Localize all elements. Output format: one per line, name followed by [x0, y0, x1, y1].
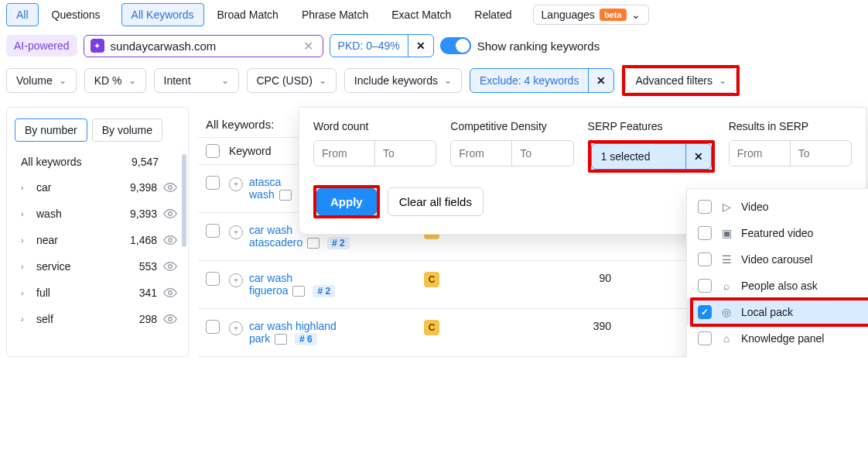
sparkle-icon: ✦	[91, 39, 104, 53]
comp-density-from[interactable]	[451, 141, 511, 166]
cpc-filter[interactable]: CPC (USD)⌄	[247, 68, 337, 93]
word-count-to[interactable]	[374, 141, 435, 166]
eye-icon[interactable]	[163, 312, 177, 326]
ai-row: AI-powered ✦ ✕ PKD: 0–49% ✕ Show ranking…	[0, 29, 868, 62]
serp-option-video_carousel[interactable]: ☰ Video carousel	[687, 246, 868, 273]
tab-broad-match[interactable]: Broad Match	[207, 3, 289, 26]
select-all-checkbox[interactable]	[206, 144, 220, 158]
serp-snapshot-icon[interactable]	[307, 238, 320, 249]
keyword-link[interactable]: car wash highland park # 6	[249, 320, 337, 345]
serp-option-video[interactable]: ▷ Video	[687, 194, 868, 220]
row-checkbox[interactable]	[206, 320, 220, 334]
volume-filter[interactable]: Volume⌄	[6, 68, 77, 93]
rank-chip: # 6	[295, 333, 317, 345]
tab-related[interactable]: Related	[464, 3, 521, 26]
svg-point-0	[169, 186, 173, 190]
serp-features-highlight: 1 selected ✕	[588, 140, 715, 173]
sidebar-item[interactable]: › car 9,398	[7, 174, 188, 201]
serp-features-label: SERP Features	[588, 120, 715, 132]
domain-input[interactable]	[111, 39, 294, 53]
languages-label: Languages	[542, 9, 595, 21]
serp-snapshot-icon[interactable]	[292, 286, 305, 297]
eye-icon[interactable]	[163, 286, 177, 300]
apply-button[interactable]: Apply	[316, 188, 377, 215]
add-keyword-icon[interactable]: +	[229, 177, 243, 191]
intent-filter[interactable]: Intent⌄	[154, 68, 239, 93]
kd-filter[interactable]: KD %⌄	[84, 68, 146, 93]
add-keyword-icon[interactable]: +	[229, 273, 243, 287]
sidebar-all-keywords[interactable]: All keywords 9,547	[7, 149, 188, 174]
row-checkbox[interactable]	[206, 224, 220, 238]
include-keywords-filter[interactable]: Include keywords⌄	[344, 68, 462, 93]
results-to[interactable]	[790, 141, 850, 166]
serp-option-local_pack[interactable]: ✓ ◎ Local pack	[687, 299, 868, 325]
tab-exact-match[interactable]: Exact Match	[381, 3, 461, 26]
tab-all[interactable]: All	[6, 3, 39, 26]
word-count-from[interactable]	[314, 141, 374, 166]
video_carousel-icon: ☰	[719, 252, 733, 266]
serp-option-knowledge_panel[interactable]: ⌂ Knowledge panel	[687, 325, 868, 352]
word-count-range[interactable]	[313, 140, 436, 166]
row-checkbox[interactable]	[206, 272, 220, 286]
domain-input-wrap[interactable]: ✦ ✕	[84, 35, 323, 57]
sidebar-item[interactable]: › self 298	[7, 306, 188, 332]
tab-questions[interactable]: Questions	[42, 3, 111, 26]
clear-all-fields-button[interactable]: Clear all fields	[388, 187, 484, 216]
add-keyword-icon[interactable]: +	[229, 225, 243, 239]
advanced-filters-button[interactable]: Advanced filters⌄	[625, 68, 736, 93]
serp-option-people_also_ask[interactable]: ⌕ People also ask	[687, 273, 868, 299]
serp-snapshot-icon[interactable]	[279, 190, 292, 201]
tab-all-keywords[interactable]: All Keywords	[121, 3, 204, 26]
sidebar-tab-by-number[interactable]: By number	[15, 118, 87, 142]
chevron-down-icon: ⌄	[221, 75, 229, 86]
results-from[interactable]	[730, 141, 790, 166]
pkd-label: PKD: 0–49%	[330, 35, 408, 57]
clear-domain-icon[interactable]: ✕	[300, 39, 316, 53]
serp-option-carousel[interactable]: ▭ Carousel	[687, 352, 868, 357]
eye-icon[interactable]	[163, 233, 177, 247]
checkbox[interactable]	[698, 200, 712, 214]
keyword-link[interactable]: car wash figueroa # 2	[249, 272, 335, 297]
tab-phrase-match[interactable]: Phrase Match	[292, 3, 378, 26]
chevron-down-icon: ⌄	[631, 9, 641, 21]
serp-features-select[interactable]: 1 selected ✕	[591, 143, 712, 170]
sidebar-item[interactable]: › wash 9,393	[7, 201, 188, 227]
add-keyword-icon[interactable]: +	[229, 321, 243, 335]
comp-density-range[interactable]	[450, 140, 573, 166]
checkbox[interactable]	[698, 331, 712, 345]
comp-density-to[interactable]	[511, 141, 572, 166]
eye-icon[interactable]	[163, 207, 177, 221]
serp-option-featured_video[interactable]: ▣ Featured video	[687, 220, 868, 246]
intent-cell: C	[424, 272, 548, 287]
checkbox[interactable]	[698, 279, 712, 293]
eye-icon[interactable]	[163, 259, 177, 273]
row-checkbox[interactable]	[206, 176, 220, 190]
pkd-remove-icon[interactable]: ✕	[408, 35, 433, 57]
results-range[interactable]	[729, 140, 852, 166]
checkbox[interactable]: ✓	[698, 305, 712, 319]
exclude-keywords-chip[interactable]: Exclude: 4 keywords ✕	[470, 68, 614, 93]
serp-features-dropdown: ▷ Video ▣ Featured video ☰ Video carouse…	[686, 188, 868, 357]
serp-snapshot-icon[interactable]	[275, 334, 287, 345]
featured_video-icon: ▣	[719, 226, 733, 240]
eye-icon[interactable]	[163, 180, 177, 194]
sidebar-all-label: All keywords	[21, 156, 111, 168]
sidebar-item[interactable]: › full 341	[7, 280, 188, 306]
sidebar-tab-by-volume[interactable]: By volume	[92, 118, 162, 142]
comp-density-label: Competitive Density	[450, 120, 573, 132]
exclude-remove-icon[interactable]: ✕	[588, 69, 613, 92]
serp-clear-icon[interactable]: ✕	[685, 144, 711, 169]
pkd-filter-chip[interactable]: PKD: 0–49% ✕	[330, 34, 434, 57]
languages-dropdown[interactable]: Languages beta ⌄	[533, 5, 649, 25]
checkbox[interactable]	[698, 226, 712, 240]
exclude-label: Exclude: 4 keywords	[470, 69, 588, 92]
serp-option-label: Knowledge panel	[741, 332, 824, 345]
sidebar-scrollbar[interactable]	[182, 154, 186, 247]
show-ranking-toggle[interactable]	[440, 37, 471, 54]
sidebar-item[interactable]: › near 1,468	[7, 227, 188, 253]
sidebar-item[interactable]: › service 553	[7, 253, 188, 280]
serp-selected-label: 1 selected	[592, 144, 685, 169]
serp-option-label: Video	[741, 201, 769, 213]
checkbox[interactable]	[698, 252, 712, 266]
word-count-label: Word count	[313, 120, 436, 132]
